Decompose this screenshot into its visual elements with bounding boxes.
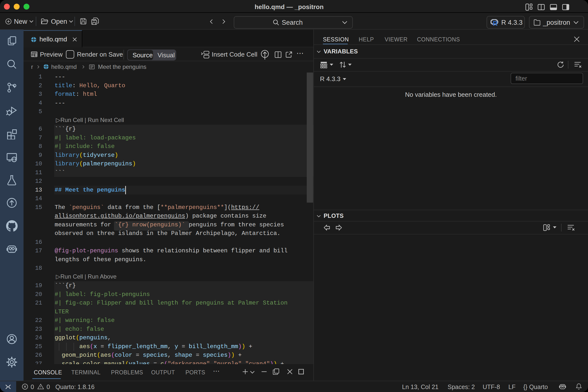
svg-text:R: R xyxy=(493,20,498,26)
